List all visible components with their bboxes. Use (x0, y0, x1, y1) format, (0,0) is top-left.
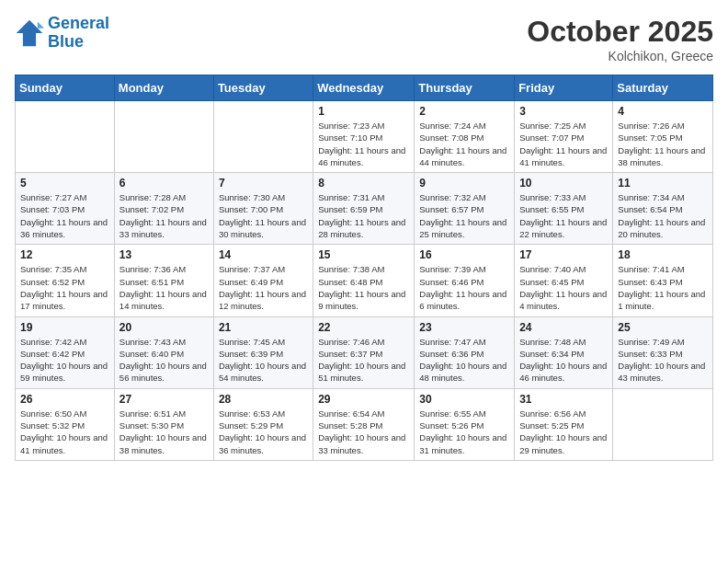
location: Kolchikon, Greece (527, 49, 713, 63)
calendar-cell: 16Sunrise: 7:39 AM Sunset: 6:46 PM Dayli… (415, 245, 515, 316)
day-info: Sunrise: 7:41 AM Sunset: 6:43 PM Dayligh… (618, 263, 708, 312)
day-number: 27 (119, 393, 209, 406)
day-number: 7 (219, 177, 308, 190)
day-info: Sunrise: 7:32 AM Sunset: 6:57 PM Dayligh… (419, 191, 509, 240)
day-info: Sunrise: 7:42 AM Sunset: 6:42 PM Dayligh… (20, 336, 109, 385)
calendar-cell: 7Sunrise: 7:30 AM Sunset: 7:00 PM Daylig… (213, 173, 313, 245)
day-number: 15 (318, 248, 409, 261)
calendar-cell: 26Sunrise: 6:50 AM Sunset: 5:32 PM Dayli… (16, 388, 115, 460)
day-info: Sunrise: 7:30 AM Sunset: 7:00 PM Dayligh… (219, 191, 308, 240)
calendar-week-row: 1Sunrise: 7:23 AM Sunset: 7:10 PM Daylig… (16, 101, 713, 173)
day-number: 13 (119, 248, 209, 261)
calendar-header-row: SundayMondayTuesdayWednesdayThursdayFrid… (16, 75, 713, 101)
day-number: 30 (419, 393, 509, 406)
day-info: Sunrise: 7:39 AM Sunset: 6:46 PM Dayligh… (419, 263, 509, 312)
calendar-cell: 11Sunrise: 7:34 AM Sunset: 6:54 PM Dayli… (613, 173, 713, 245)
day-info: Sunrise: 7:45 AM Sunset: 6:39 PM Dayligh… (219, 336, 308, 385)
calendar-cell: 21Sunrise: 7:45 AM Sunset: 6:39 PM Dayli… (213, 316, 313, 388)
day-number: 31 (519, 393, 608, 406)
day-number: 17 (519, 248, 608, 261)
calendar-week-row: 12Sunrise: 7:35 AM Sunset: 6:52 PM Dayli… (16, 245, 713, 316)
calendar-cell: 5Sunrise: 7:27 AM Sunset: 7:03 PM Daylig… (16, 173, 115, 245)
calendar-cell: 18Sunrise: 7:41 AM Sunset: 6:43 PM Dayli… (613, 245, 713, 316)
calendar-week-row: 26Sunrise: 6:50 AM Sunset: 5:32 PM Dayli… (16, 388, 713, 460)
day-info: Sunrise: 6:50 AM Sunset: 5:32 PM Dayligh… (20, 408, 109, 456)
calendar-cell: 30Sunrise: 6:55 AM Sunset: 5:26 PM Dayli… (415, 388, 515, 460)
day-number: 25 (618, 321, 708, 334)
day-number: 12 (20, 248, 109, 261)
day-info: Sunrise: 7:23 AM Sunset: 7:10 PM Dayligh… (318, 120, 409, 168)
calendar-cell: 12Sunrise: 7:35 AM Sunset: 6:52 PM Dayli… (16, 245, 115, 316)
day-info: Sunrise: 7:36 AM Sunset: 6:51 PM Dayligh… (119, 263, 209, 312)
day-info: Sunrise: 7:25 AM Sunset: 7:07 PM Dayligh… (519, 120, 608, 168)
calendar-cell: 3Sunrise: 7:25 AM Sunset: 7:07 PM Daylig… (515, 101, 613, 173)
day-info: Sunrise: 7:46 AM Sunset: 6:37 PM Dayligh… (318, 336, 409, 385)
weekday-header: Saturday (613, 75, 713, 101)
day-info: Sunrise: 7:48 AM Sunset: 6:34 PM Dayligh… (519, 336, 608, 385)
day-info: Sunrise: 6:51 AM Sunset: 5:30 PM Dayligh… (119, 408, 209, 456)
day-number: 28 (219, 393, 308, 406)
day-info: Sunrise: 6:55 AM Sunset: 5:26 PM Dayligh… (419, 408, 509, 456)
calendar-cell: 29Sunrise: 6:54 AM Sunset: 5:28 PM Dayli… (313, 388, 415, 460)
day-info: Sunrise: 6:54 AM Sunset: 5:28 PM Dayligh… (318, 408, 409, 456)
day-number: 2 (419, 105, 509, 118)
day-number: 1 (318, 105, 409, 118)
day-info: Sunrise: 7:24 AM Sunset: 7:08 PM Dayligh… (419, 120, 509, 168)
day-info: Sunrise: 7:27 AM Sunset: 7:03 PM Dayligh… (20, 191, 109, 240)
day-number: 16 (419, 248, 509, 261)
weekday-header: Thursday (415, 75, 515, 101)
calendar-table: SundayMondayTuesdayWednesdayThursdayFrid… (15, 75, 713, 461)
day-info: Sunrise: 6:53 AM Sunset: 5:29 PM Dayligh… (219, 408, 308, 456)
day-info: Sunrise: 6:56 AM Sunset: 5:25 PM Dayligh… (519, 408, 608, 456)
day-number: 8 (318, 177, 409, 190)
day-number: 18 (618, 248, 708, 261)
weekday-header: Wednesday (313, 75, 415, 101)
day-number: 24 (519, 321, 608, 334)
calendar-cell: 4Sunrise: 7:26 AM Sunset: 7:05 PM Daylig… (613, 101, 713, 173)
weekday-header: Friday (515, 75, 613, 101)
svg-marker-1 (38, 21, 44, 28)
day-number: 5 (20, 177, 109, 190)
day-number: 22 (318, 321, 409, 334)
day-info: Sunrise: 7:40 AM Sunset: 6:45 PM Dayligh… (519, 263, 608, 312)
calendar-cell: 1Sunrise: 7:23 AM Sunset: 7:10 PM Daylig… (313, 101, 415, 173)
calendar-cell (213, 101, 313, 173)
weekday-header: Monday (114, 75, 213, 101)
calendar-cell: 14Sunrise: 7:37 AM Sunset: 6:49 PM Dayli… (213, 245, 313, 316)
day-number: 26 (20, 393, 109, 406)
day-info: Sunrise: 7:43 AM Sunset: 6:40 PM Dayligh… (119, 336, 209, 385)
day-number: 3 (519, 105, 608, 118)
month-title: October 2025 (527, 15, 713, 49)
calendar-cell: 15Sunrise: 7:38 AM Sunset: 6:48 PM Dayli… (313, 245, 415, 316)
calendar-cell: 2Sunrise: 7:24 AM Sunset: 7:08 PM Daylig… (415, 101, 515, 173)
day-number: 23 (419, 321, 509, 334)
weekday-header: Tuesday (213, 75, 313, 101)
calendar-cell: 17Sunrise: 7:40 AM Sunset: 6:45 PM Dayli… (515, 245, 613, 316)
weekday-header: Sunday (16, 75, 115, 101)
day-number: 11 (618, 177, 708, 190)
calendar-cell: 28Sunrise: 6:53 AM Sunset: 5:29 PM Dayli… (213, 388, 313, 460)
calendar-cell: 22Sunrise: 7:46 AM Sunset: 6:37 PM Dayli… (313, 316, 415, 388)
logo: General Blue (15, 15, 109, 52)
calendar-week-row: 5Sunrise: 7:27 AM Sunset: 7:03 PM Daylig… (16, 173, 713, 245)
day-info: Sunrise: 7:37 AM Sunset: 6:49 PM Dayligh… (219, 263, 308, 312)
calendar-cell: 6Sunrise: 7:28 AM Sunset: 7:02 PM Daylig… (114, 173, 213, 245)
calendar-cell: 9Sunrise: 7:32 AM Sunset: 6:57 PM Daylig… (415, 173, 515, 245)
calendar-cell: 25Sunrise: 7:49 AM Sunset: 6:33 PM Dayli… (613, 316, 713, 388)
day-info: Sunrise: 7:26 AM Sunset: 7:05 PM Dayligh… (618, 120, 708, 168)
calendar-cell: 8Sunrise: 7:31 AM Sunset: 6:59 PM Daylig… (313, 173, 415, 245)
calendar-cell: 19Sunrise: 7:42 AM Sunset: 6:42 PM Dayli… (16, 316, 115, 388)
page-header: General Blue October 2025 Kolchikon, Gre… (15, 15, 713, 63)
calendar-cell: 31Sunrise: 6:56 AM Sunset: 5:25 PM Dayli… (515, 388, 613, 460)
day-info: Sunrise: 7:47 AM Sunset: 6:36 PM Dayligh… (419, 336, 509, 385)
day-number: 9 (419, 177, 509, 190)
day-number: 4 (618, 105, 708, 118)
day-number: 19 (20, 321, 109, 334)
calendar-cell (613, 388, 713, 460)
calendar-cell: 24Sunrise: 7:48 AM Sunset: 6:34 PM Dayli… (515, 316, 613, 388)
day-info: Sunrise: 7:33 AM Sunset: 6:55 PM Dayligh… (519, 191, 608, 240)
day-number: 10 (519, 177, 608, 190)
calendar-cell (114, 101, 213, 173)
day-info: Sunrise: 7:38 AM Sunset: 6:48 PM Dayligh… (318, 263, 409, 312)
calendar-cell: 10Sunrise: 7:33 AM Sunset: 6:55 PM Dayli… (515, 173, 613, 245)
